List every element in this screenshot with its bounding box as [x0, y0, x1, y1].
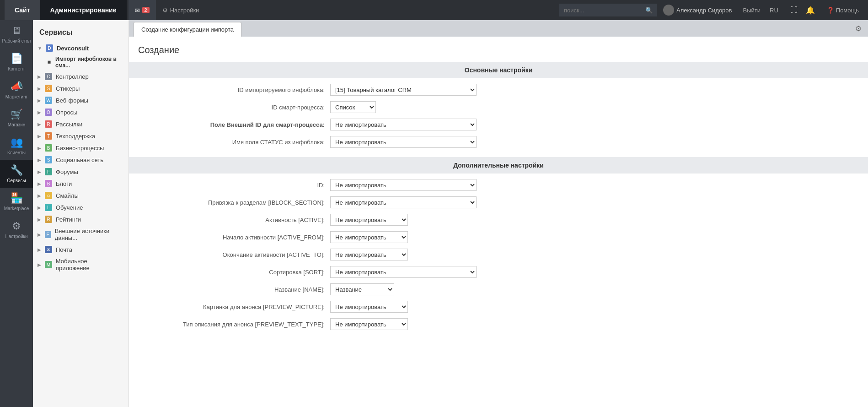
sidebar-item-shop[interactable]: 🛒 Магазин [0, 104, 33, 132]
sidebar-item-marketplace[interactable]: 🏪 Marketplace [0, 188, 33, 216]
select-iblock-section[interactable]: Не импортировать [330, 196, 477, 208]
nav-icon-mailings: R [45, 120, 52, 128]
nav-icon-polls: O [45, 109, 52, 116]
select-external-id-field[interactable]: Не импортировать [330, 119, 477, 130]
select-name[interactable]: Название [330, 283, 394, 295]
select-field-id[interactable]: Не импортировать [330, 179, 477, 191]
section-basic-body: ID импортируемого инфоблока: [15] Товарн… [129, 78, 868, 157]
control-active-from: Не импортировать [330, 231, 477, 243]
nav-item-mailings[interactable]: ▶ R Рассылки [33, 118, 129, 130]
nav-arrow-devconsult: ▼ [38, 46, 42, 51]
form-row-preview-text-type: Тип описания для анонса [PREVIEW_TEXT_TY… [138, 317, 859, 331]
nav-item-mail[interactable]: ▶ ✉ Почта [33, 244, 129, 255]
bell-icon[interactable]: 🔔 [802, 4, 819, 16]
control-external-id-field: Не импортировать [330, 119, 477, 130]
nav-arrow-controller: ▶ [38, 74, 41, 79]
nav-arrow-mailings: ▶ [38, 122, 41, 127]
sidebar-item-label-shop: Магазин [8, 122, 26, 127]
sidebar-item-label-settings: Настройки [5, 234, 27, 239]
nav-item-forums[interactable]: ▶ F Форумы [33, 166, 129, 178]
nav-item-bizproc[interactable]: ▶ B Бизнес-процессы [33, 142, 129, 154]
nav-item-stickers[interactable]: ▶ S Стикеры [33, 82, 129, 94]
admin-button[interactable]: Администрирование [40, 0, 127, 20]
nav-icon-devconsult: D [46, 44, 53, 52]
sidebar-item-desktop[interactable]: 🖥 Рабочий стол [0, 20, 33, 48]
sidebar-item-label-clients: Клиенты [7, 150, 26, 155]
nav-item-support[interactable]: ▶ T Техподдержка [33, 130, 129, 142]
nav-icon-mail: ✉ [45, 246, 52, 253]
nav-icon-blogs: B [45, 180, 52, 187]
site-button[interactable]: Сайт [5, 0, 40, 20]
select-active-to[interactable]: Не импортировать [330, 249, 408, 260]
nav-item-polls[interactable]: ▶ O Опросы [33, 106, 129, 118]
notifications-button[interactable]: ✉ 2 [129, 0, 156, 20]
sidebar-item-clients[interactable]: 👥 Клиенты [0, 132, 33, 160]
content-icon: 📄 [11, 53, 23, 65]
tab-create-import-config[interactable]: Создание конфигурации импорта [134, 22, 241, 37]
sidebar-item-settings[interactable]: ⚙ Настройки [0, 216, 33, 244]
select-preview-picture[interactable]: Не импортировать [330, 301, 408, 313]
nav-arrow-external: ▶ [38, 232, 41, 237]
select-active[interactable]: Не импортировать [330, 214, 408, 226]
nav-label-controller: Контроллер [56, 73, 89, 80]
nav-item-devconsult[interactable]: ▼ D Devconsult [33, 42, 129, 54]
nav-icon-learning: L [45, 204, 52, 211]
nav-subitem-import-infoblocks[interactable]: ◾ Импорт инфоблоков в сма... [33, 54, 129, 71]
form-row-status-field: Имя поля СТАТУС из инфоблока: Не импорти… [138, 135, 859, 149]
fullscreen-icon[interactable]: ⛶ [787, 4, 801, 16]
nav-item-external[interactable]: ▶ E Внешние источники данны... [33, 225, 129, 244]
sidebar-item-services[interactable]: 🔧 Сервисы [0, 160, 33, 188]
nav-icon-ratings: R [45, 216, 52, 223]
search-area: 🔍 [559, 4, 657, 16]
form-row-name: Название [NAME]: Название [138, 282, 859, 296]
nav-label-mobile: Мобильное приложение [56, 258, 122, 271]
nav-item-controller[interactable]: ▶ C Контроллер [33, 71, 129, 82]
topbar-icons: ⛶ 🔔 [783, 4, 822, 16]
sidebar-item-label-services: Сервисы [7, 178, 26, 183]
section-basic-header: Основные настройки [129, 62, 868, 78]
nav-item-webforms[interactable]: ▶ W Веб-формы [33, 94, 129, 106]
nav-sub-dot: ◾ [46, 59, 53, 65]
nav-label-external: Внешние источники данны... [55, 228, 122, 241]
settings-button[interactable]: ⚙ Настройки [156, 0, 206, 20]
nav-arrow-mail: ▶ [38, 247, 41, 252]
nav-label-webforms: Веб-формы [56, 97, 88, 104]
select-iblock-id[interactable]: [15] Товарный каталог CRM [330, 84, 477, 96]
control-name: Название [330, 283, 477, 295]
sidebar-item-content[interactable]: 📄 Контент [0, 48, 33, 76]
nav-arrow-webforms: ▶ [38, 98, 41, 103]
nav-item-smileys[interactable]: ▶ ☺ Смайлы [33, 190, 129, 201]
control-iblock-id: [15] Товарный каталог CRM [330, 84, 477, 96]
nav-item-social[interactable]: ▶ S Социальная сеть [33, 154, 129, 166]
language-selector[interactable]: RU [765, 7, 783, 14]
topbar: Сайт Администрирование ✉ 2 ⚙ Настройки 🔍… [0, 0, 868, 20]
nav-item-learning[interactable]: ▶ L Обучение [33, 201, 129, 213]
search-input[interactable] [559, 4, 642, 16]
notification-badge: 2 [142, 7, 150, 13]
form-row-field-id: ID: Не импортировать [138, 178, 859, 192]
sidebar-item-label-content: Контент [8, 66, 25, 71]
sidebar-item-marketing[interactable]: 📣 Маркетинг [0, 76, 33, 104]
nav-item-ratings[interactable]: ▶ R Рейтинги [33, 213, 129, 225]
select-active-from[interactable]: Не импортировать [330, 231, 408, 243]
nav-item-mobile[interactable]: ▶ M Мобильное приложение [33, 255, 129, 274]
user-info[interactable]: Александр Сидоров [657, 5, 739, 16]
search-button[interactable]: 🔍 [642, 4, 657, 16]
control-smart-process-id: Список [330, 101, 376, 113]
nav-icon-social: S [45, 156, 52, 163]
tab-bar-settings-icon[interactable]: ⚙ [849, 21, 868, 37]
help-button[interactable]: ❓ Помощь [822, 7, 863, 14]
label-iblock-section: Привязка к разделам [IBLOCK_SECTION]: [138, 199, 330, 206]
logout-button[interactable]: Выйти [739, 7, 766, 14]
control-status-field: Не импортировать [330, 136, 477, 148]
form-row-sort: Сортировка [SORT]: Не импортировать [138, 265, 859, 279]
shop-icon: 🛒 [11, 109, 23, 120]
nav-icon-mobile: M [45, 261, 52, 268]
nav-item-blogs[interactable]: ▶ B Блоги [33, 178, 129, 190]
select-preview-text-type[interactable]: Не импортировать [330, 318, 408, 330]
select-status-field[interactable]: Не импортировать [330, 136, 477, 148]
form-row-external-id-field: Поле Внешний ID для смарт-процесса: Не и… [138, 118, 859, 131]
marketing-icon: 📣 [11, 81, 23, 92]
select-sort[interactable]: Не импортировать [330, 266, 477, 278]
select-smart-process-id[interactable]: Список [330, 101, 376, 113]
